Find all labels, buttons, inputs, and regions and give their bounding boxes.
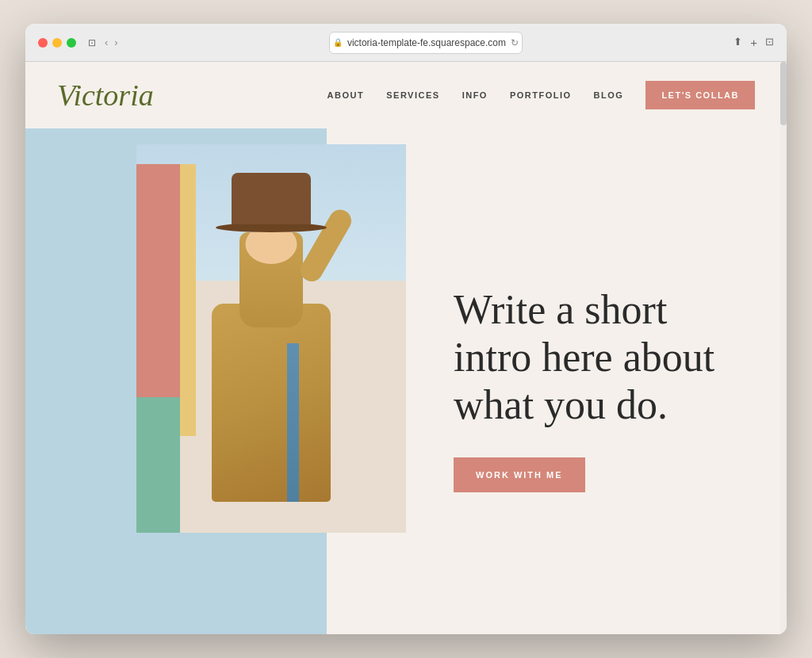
nav-services[interactable]: SERVICES bbox=[386, 90, 439, 100]
hero-section: Write a short intro here about what you … bbox=[25, 128, 787, 634]
close-button[interactable] bbox=[38, 38, 48, 48]
browser-content: Victoria ABOUT SERVICES INFO PORTFOLIO B… bbox=[25, 62, 787, 634]
browser-actions: ⬆ + ⊡ bbox=[733, 36, 774, 49]
browser-chrome: ⊡ ‹ › 🔒 victoria-template-fe.squarespace… bbox=[25, 24, 787, 62]
site-nav: ABOUT SERVICES INFO PORTFOLIO BLOG LET'S… bbox=[327, 81, 755, 109]
minimize-button[interactable] bbox=[52, 38, 62, 48]
maximize-button[interactable] bbox=[67, 38, 76, 48]
person-coat bbox=[212, 304, 331, 502]
hero-headline: Write a short intro here about what you … bbox=[454, 286, 747, 428]
url-text: victoria-template-fe.squarespace.com bbox=[347, 37, 506, 48]
browser-window: ⊡ ‹ › 🔒 victoria-template-fe.squarespace… bbox=[25, 24, 787, 634]
bag-strap bbox=[287, 343, 299, 502]
nav-info[interactable]: INFO bbox=[462, 90, 488, 100]
work-with-me-button[interactable]: WORK WITH ME bbox=[454, 457, 585, 492]
nav-blog[interactable]: BLOG bbox=[594, 90, 624, 100]
photo-simulation bbox=[136, 144, 406, 533]
forward-button[interactable]: › bbox=[114, 36, 117, 48]
window-icon[interactable]: ⊡ bbox=[86, 36, 98, 49]
browser-controls: ⊡ ‹ › bbox=[86, 36, 118, 49]
hero-photo bbox=[136, 144, 406, 533]
hat-crown bbox=[232, 173, 311, 224]
nav-cta-button[interactable]: LET'S COLLAB bbox=[645, 81, 755, 109]
site-wrapper: Victoria ABOUT SERVICES INFO PORTFOLIO B… bbox=[25, 62, 787, 634]
hero-right-content: Write a short intro here about what you … bbox=[438, 128, 787, 634]
nav-about[interactable]: ABOUT bbox=[327, 90, 365, 100]
address-bar[interactable]: 🔒 victoria-template-fe.squarespace.com ↻ bbox=[329, 32, 523, 54]
nav-portfolio[interactable]: PORTFOLIO bbox=[510, 90, 572, 100]
reload-icon[interactable]: ↻ bbox=[511, 37, 519, 48]
new-tab-icon[interactable]: + bbox=[750, 36, 757, 49]
lock-icon: 🔒 bbox=[333, 38, 343, 47]
building-teal bbox=[136, 397, 180, 534]
share-icon[interactable]: ⬆ bbox=[733, 36, 742, 49]
site-header: Victoria ABOUT SERVICES INFO PORTFOLIO B… bbox=[25, 62, 787, 128]
duplicate-icon[interactable]: ⊡ bbox=[765, 36, 774, 49]
site-logo[interactable]: Victoria bbox=[57, 78, 327, 113]
traffic-lights bbox=[38, 38, 76, 48]
back-button[interactable]: ‹ bbox=[105, 36, 108, 48]
building-gold-trim bbox=[180, 164, 196, 436]
